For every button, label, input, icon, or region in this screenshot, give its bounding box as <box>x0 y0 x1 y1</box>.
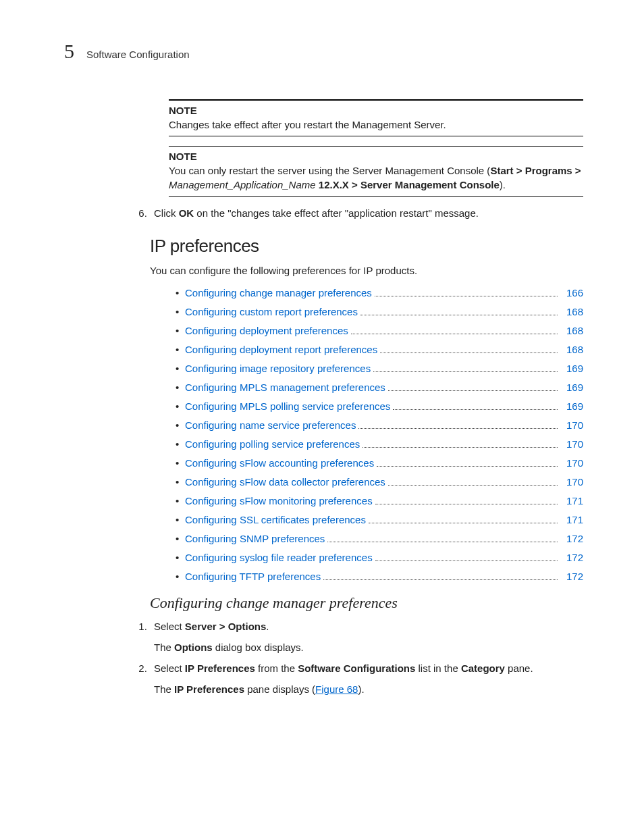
toc-link[interactable]: Configuring TFTP preferences <box>185 569 321 583</box>
s2-f: Category <box>461 662 505 674</box>
toc-page[interactable]: 168 <box>560 305 583 319</box>
toc-item: •Configuring sFlow monitoring preference… <box>176 494 583 508</box>
toc-page[interactable]: 170 <box>560 437 583 451</box>
step-list: Click OK on the "changes take effect aft… <box>150 206 583 220</box>
bullet-icon: • <box>176 342 185 357</box>
bullet-icon: • <box>176 380 185 394</box>
toc-link[interactable]: Configuring MPLS management preferences <box>185 380 385 394</box>
s2-b: IP Preferences <box>185 662 255 674</box>
toc-item: •Configuring SSL certificates preference… <box>176 513 583 527</box>
toc-page[interactable]: 169 <box>560 361 583 375</box>
toc-item: •Configuring syslog file reader preferen… <box>176 550 583 565</box>
toc-page[interactable]: 170 <box>560 418 583 432</box>
s2-e: list in the <box>415 662 461 674</box>
toc-page[interactable]: 172 <box>560 550 583 565</box>
proc-step-2: Select IP Preferences from the Software … <box>150 661 583 696</box>
toc-link[interactable]: Configuring deployment report preference… <box>185 342 377 357</box>
bullet-icon: • <box>176 361 185 375</box>
toc-page[interactable]: 166 <box>560 286 583 300</box>
step6-ok: OK <box>179 207 194 219</box>
section-heading-ip-preferences: IP preferences <box>150 234 583 258</box>
toc-item: •Configuring MPLS management preferences… <box>176 380 583 394</box>
subsection-heading: Configuring change manager preferences <box>150 593 583 614</box>
toc-page[interactable]: 170 <box>560 475 583 489</box>
leader-dots <box>388 485 558 486</box>
toc-link[interactable]: Configuring sFlow data collector prefere… <box>185 475 385 489</box>
bullet-icon: • <box>176 399 185 413</box>
toc-list: •Configuring change manager preferences1… <box>176 286 583 583</box>
step-6: Click OK on the "changes take effect aft… <box>150 206 583 220</box>
toc-page[interactable]: 168 <box>560 342 583 357</box>
toc-link[interactable]: Configuring change manager preferences <box>185 286 372 300</box>
note-2: NOTE You can only restart the server usi… <box>169 146 583 197</box>
leader-dots <box>388 390 558 391</box>
note-1: NOTE Changes take effect after you resta… <box>169 99 583 136</box>
toc-item: •Configuring deployment report preferenc… <box>176 342 583 357</box>
leader-dots <box>393 409 558 410</box>
leader-dots <box>323 579 558 580</box>
bullet-icon: • <box>176 531 185 546</box>
s1-sub-c: dialog box displays. <box>213 642 304 653</box>
bullet-icon: • <box>176 494 185 508</box>
toc-link[interactable]: Configuring polling service preferences <box>185 437 360 451</box>
toc-page[interactable]: 168 <box>560 323 583 338</box>
s1-sub-b: Options <box>174 642 213 653</box>
step6-b: on the "changes take effect after "appli… <box>194 207 479 219</box>
figure-link[interactable]: Figure 68 <box>315 683 358 695</box>
bullet-icon: • <box>176 418 185 432</box>
bullet-icon: • <box>176 437 185 451</box>
s2-sub-c: pane displays ( <box>244 683 315 695</box>
toc-item: •Configuring name service preferences170 <box>176 418 583 432</box>
toc-page[interactable]: 169 <box>560 399 583 413</box>
leader-dots <box>360 315 558 315</box>
s2-sub-b: IP Preferences <box>174 683 244 695</box>
note2-version: 12.X.X > Server Management Console <box>316 179 500 190</box>
chapter-title: Software Configuration <box>86 47 190 61</box>
bullet-icon: • <box>176 286 185 300</box>
toc-item: •Configuring sFlow accounting preference… <box>176 456 583 470</box>
toc-item: •Configuring change manager preferences1… <box>176 286 583 300</box>
toc-page[interactable]: 171 <box>560 513 583 527</box>
bullet-icon: • <box>176 323 185 338</box>
toc-item: •Configuring MPLS polling service prefer… <box>176 399 583 413</box>
bullet-icon: • <box>176 475 185 489</box>
toc-link[interactable]: Configuring name service preferences <box>185 418 356 432</box>
toc-item: •Configuring custom report preferences16… <box>176 305 583 319</box>
toc-link[interactable]: Configuring custom report preferences <box>185 305 358 319</box>
toc-link[interactable]: Configuring deployment preferences <box>185 323 348 338</box>
s2-sub: The IP Preferences pane displays (Figure… <box>154 682 583 696</box>
s1-b: Server > Options <box>185 621 266 632</box>
note2-path1: Start > Programs > <box>490 165 581 176</box>
toc-page[interactable]: 172 <box>560 531 583 546</box>
s1-a: Select <box>154 621 185 632</box>
bullet-icon: • <box>176 456 185 470</box>
toc-link[interactable]: Configuring image repository preferences <box>185 361 371 375</box>
toc-link[interactable]: Configuring MPLS polling service prefere… <box>185 399 390 413</box>
proc-step-1: Select Server > Options. The Options dia… <box>150 619 583 654</box>
leader-dots <box>373 371 558 372</box>
leader-dots <box>375 561 558 561</box>
leader-dots <box>377 466 558 467</box>
toc-item: •Configuring polling service preferences… <box>176 437 583 451</box>
note-body: You can only restart the server using th… <box>169 163 583 192</box>
toc-link[interactable]: Configuring sFlow accounting preferences <box>185 456 374 470</box>
toc-page[interactable]: 172 <box>560 569 583 583</box>
bullet-icon: • <box>176 569 185 583</box>
leader-dots <box>327 542 558 542</box>
toc-page[interactable]: 170 <box>560 456 583 470</box>
note-body: Changes take effect after you restart th… <box>169 118 583 132</box>
leader-dots <box>358 428 558 429</box>
bullet-icon: • <box>176 550 185 565</box>
leader-dots <box>351 334 558 334</box>
s1-sub-a: The <box>154 642 174 653</box>
note-label: NOTE <box>169 103 583 118</box>
s1-c: . <box>266 621 269 632</box>
toc-page[interactable]: 169 <box>560 380 583 394</box>
toc-link[interactable]: Configuring SNMP preferences <box>185 531 325 546</box>
toc-link[interactable]: Configuring sFlow monitoring preferences <box>185 494 373 508</box>
toc-item: •Configuring image repository preference… <box>176 361 583 375</box>
toc-link[interactable]: Configuring syslog file reader preferenc… <box>185 550 373 565</box>
leader-dots <box>380 353 558 353</box>
toc-page[interactable]: 171 <box>560 494 583 508</box>
toc-link[interactable]: Configuring SSL certificates preferences <box>185 513 366 527</box>
